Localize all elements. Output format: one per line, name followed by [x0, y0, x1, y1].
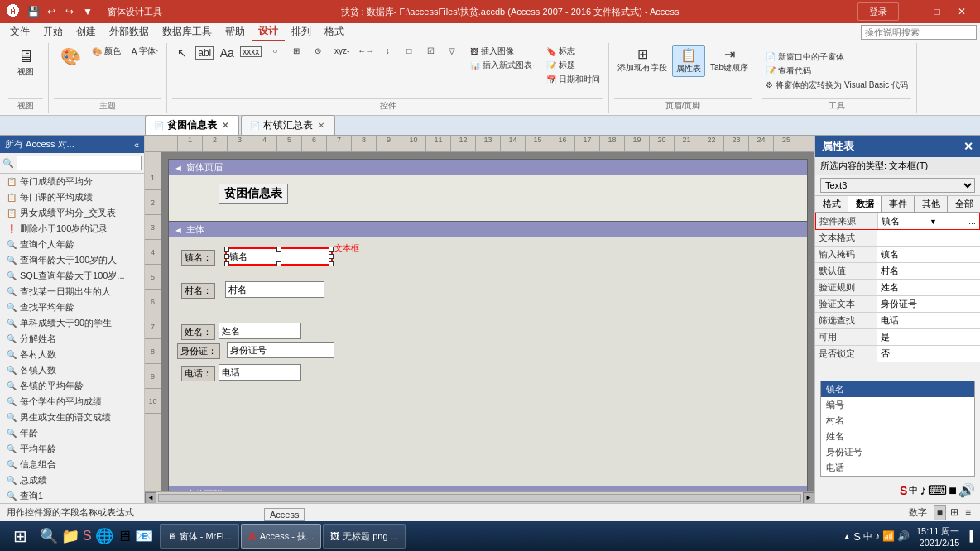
login-button[interactable]: 登录: [858, 2, 899, 21]
form-title-label[interactable]: 贫困信息表: [219, 184, 288, 204]
insert-image-button[interactable]: 🖼 插入图像: [467, 45, 538, 58]
resize-handle-mr[interactable]: [329, 254, 334, 259]
menu-create[interactable]: 创建: [70, 23, 103, 41]
add-existing-fields-button[interactable]: ⊞ 添加现有字段: [614, 45, 670, 75]
ctrl-radio[interactable]: ⊙: [308, 45, 328, 57]
nav-item-1[interactable]: 📋 每门课的平均成绩: [0, 189, 144, 205]
dianhua-label[interactable]: 电话：: [181, 366, 215, 381]
search-input[interactable]: [861, 25, 977, 40]
menu-file[interactable]: 文件: [3, 23, 36, 41]
nav-item-15[interactable]: 🔍 男生或女生的语文成绩: [0, 410, 144, 425]
taskbar-icon-4[interactable]: 🌐: [95, 527, 113, 545]
nav-item-20[interactable]: 🔍 查询1: [0, 488, 144, 503]
save-quick-btn[interactable]: 💾: [25, 3, 41, 20]
menu-external[interactable]: 外部数据: [103, 23, 156, 41]
xingming-label[interactable]: 姓名：: [181, 324, 215, 340]
resize-handle-ml[interactable]: [224, 254, 229, 259]
dropdown-item-sfz[interactable]: 身份证号: [821, 444, 974, 460]
nav-item-17[interactable]: 🔍 平均年龄: [0, 441, 144, 457]
dropdown-item-dianhua[interactable]: 电话: [821, 460, 974, 476]
menu-dbtools[interactable]: 数据库工具: [156, 23, 219, 41]
title-ctrl-button[interactable]: 📝标题: [543, 59, 603, 72]
design-view-icon[interactable]: ■: [934, 505, 946, 520]
ctrl-check[interactable]: ☑: [420, 45, 440, 57]
dropdown-item-bianhao[interactable]: 编号: [821, 397, 974, 413]
redo-btn[interactable]: ↪: [61, 3, 78, 20]
taskbar-icon-6[interactable]: 📧: [135, 527, 153, 545]
tab-village-close[interactable]: ✕: [316, 121, 326, 130]
prop-row-validrule[interactable]: 验证规则 姓名: [815, 280, 980, 296]
close-button[interactable]: ✕: [950, 2, 973, 21]
nav-item-3[interactable]: ❗ 删除小于100岁的记录: [0, 221, 144, 237]
nav-item-9[interactable]: 🔍 单科成绩大于90的学生: [0, 315, 144, 331]
layout-view-icon[interactable]: ⊞: [948, 505, 961, 520]
sfz-label[interactable]: 身份证：: [177, 343, 220, 359]
taskbar-item-image[interactable]: 🖼 无标题.png ...: [323, 524, 406, 549]
prop-row-source[interactable]: 控件来源 镇名 ▼ …: [815, 213, 980, 230]
menu-format[interactable]: 格式: [318, 23, 351, 41]
tray-arrow[interactable]: ▲: [843, 532, 851, 541]
taskbar-icon-3[interactable]: S: [83, 529, 92, 544]
menu-arrange[interactable]: 排列: [285, 23, 318, 41]
zhenming-label[interactable]: 镇名：: [181, 250, 215, 266]
color-button[interactable]: 🎨 颜色·: [89, 45, 127, 58]
resize-handle-tr[interactable]: [329, 247, 334, 252]
nav-item-5[interactable]: 🔍 查询年龄大于100岁的人: [0, 252, 144, 268]
prop-row-filter[interactable]: 筛选查找 电话: [815, 313, 980, 329]
taskbar-icon-5[interactable]: 🖥: [117, 528, 132, 545]
prop-tab-format[interactable]: 格式: [815, 196, 848, 212]
undo-btn[interactable]: ↩: [43, 3, 60, 20]
start-button[interactable]: ⊞: [3, 523, 36, 549]
resize-handle-tl[interactable]: [224, 247, 229, 252]
property-control-dropdown[interactable]: Text3: [820, 178, 975, 193]
sfz-textbox[interactable]: 身份证号: [227, 342, 334, 358]
scroll-thumb-h[interactable]: [158, 494, 801, 502]
view-code-button[interactable]: 📝 查看代码: [762, 65, 814, 78]
nav-item-14[interactable]: 🔍 每个学生的平均成绩: [0, 394, 144, 410]
dropdown-item-xingming[interactable]: 姓名: [821, 429, 974, 444]
tray-clock[interactable]: 15:11 周一 2021/2/15: [913, 525, 963, 548]
nav-item-7[interactable]: 🔍 查找某一日期出生的人: [0, 284, 144, 299]
tab-order-button[interactable]: ⇥ Tab键顺序: [707, 45, 752, 75]
datetime-button[interactable]: 📅日期和时间: [543, 73, 603, 86]
ctrl-rect[interactable]: □: [399, 45, 419, 57]
prop-row-textformat[interactable]: 文本格式: [815, 230, 980, 247]
theme-button[interactable]: 🎨: [54, 45, 87, 68]
convert-macro-button[interactable]: ⚙ 将窗体的宏转换为 Visual Basic 代码: [762, 79, 911, 92]
ctrl-line2[interactable]: ↕: [377, 45, 397, 57]
taskbar-icon-2[interactable]: 📁: [61, 527, 79, 545]
scroll-left-btn[interactable]: ◄: [145, 492, 156, 504]
horizontal-scrollbar[interactable]: ◄ ►: [145, 491, 814, 503]
logo-button[interactable]: 🔖标志: [543, 45, 603, 58]
prop-tab-all[interactable]: 全部: [948, 196, 980, 212]
dropdown-item-zhenming[interactable]: 镇名: [821, 381, 974, 397]
maximize-button[interactable]: □: [925, 2, 949, 21]
cunming-textbox[interactable]: 村名: [225, 281, 324, 298]
prop-row-validtext[interactable]: 验证文本 身份证号: [815, 296, 980, 313]
nav-search-input[interactable]: [17, 156, 142, 170]
menu-design[interactable]: 设计: [252, 22, 285, 41]
menu-help[interactable]: 帮助: [219, 23, 252, 41]
scroll-right-btn[interactable]: ►: [803, 492, 814, 504]
minimize-button[interactable]: —: [901, 2, 924, 21]
ctrl-textbox[interactable]: abl: [194, 45, 215, 61]
form-view-icon[interactable]: ≡: [963, 505, 973, 520]
property-panel-close-icon[interactable]: ✕: [963, 140, 973, 153]
form-header-section-label[interactable]: ◄ 窗体页眉: [169, 160, 807, 175]
prop-tab-other[interactable]: 其他: [915, 196, 948, 212]
nav-item-12[interactable]: 🔍 各镇人数: [0, 362, 144, 378]
tab-poverty-info[interactable]: 📄 贫困信息表 ✕: [145, 115, 239, 135]
ctrl-listbox[interactable]: ⊞: [286, 45, 306, 57]
prop-row-default[interactable]: 默认值 村名: [815, 263, 980, 280]
prop-source-build-btn[interactable]: …: [968, 218, 976, 226]
nav-item-8[interactable]: 🔍 查找平均年龄: [0, 299, 144, 315]
menu-start[interactable]: 开始: [36, 23, 70, 41]
ctrl-more[interactable]: ▽: [442, 45, 462, 57]
resize-handle-bm[interactable]: [276, 261, 281, 266]
form-body-section-label[interactable]: ◄ 主体: [169, 222, 807, 237]
nav-item-11[interactable]: 🔍 各村人数: [0, 347, 144, 362]
prop-row-enabled[interactable]: 可用 是: [815, 329, 980, 346]
property-sheet-button[interactable]: 📋 属性表: [672, 45, 705, 77]
taskbar-item-mrfl[interactable]: 🖥 窗体 - MrFl...: [160, 524, 239, 549]
left-panel-collapse-icon[interactable]: «: [134, 140, 139, 150]
